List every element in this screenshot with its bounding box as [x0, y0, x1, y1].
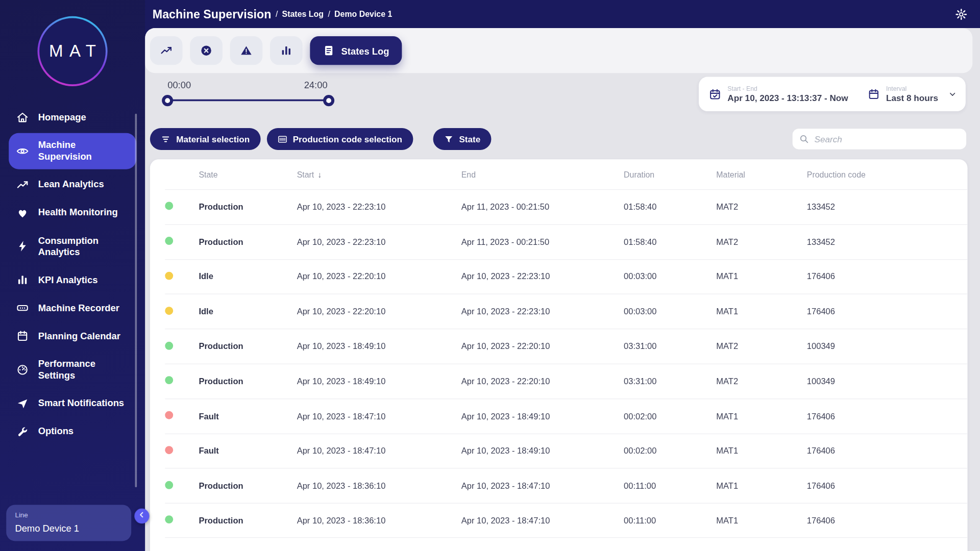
sidebar-item[interactable]: KPI Analytics: [9, 267, 136, 292]
x-circle-icon: [200, 44, 212, 57]
material-cell: MAT2: [716, 203, 807, 212]
table-row[interactable]: Fault Apr 10, 2023 - 18:47:10 Apr 10, 20…: [165, 398, 967, 433]
start-cell: Apr 10, 2023 - 18:36:10: [297, 481, 461, 490]
settings-gear-button[interactable]: [955, 8, 967, 20]
view-tabs: States Log: [145, 28, 972, 73]
table-row[interactable]: Production Apr 10, 2023 - 18:36:10 Apr 1…: [165, 468, 967, 503]
table-row[interactable]: Production Apr 10, 2023 - 18:49:10 Apr 1…: [165, 329, 967, 363]
column-header-end[interactable]: End: [461, 169, 624, 179]
search-input[interactable]: [815, 134, 960, 144]
column-header-start[interactable]: Start ↓: [297, 169, 461, 179]
duration-cell: 00:02:00: [624, 446, 716, 456]
logo: MAT: [37, 16, 107, 86]
view-tab-label: States Log: [341, 45, 389, 56]
search-icon: [799, 134, 810, 144]
sidebar-item[interactable]: Consumption Analytics: [9, 229, 136, 264]
start-cell: Apr 10, 2023 - 18:49:10: [297, 342, 461, 351]
production-code-cell: 176406: [807, 412, 968, 421]
sidebar-item[interactable]: Lean Analytics: [9, 172, 136, 197]
production-code-cell: 176406: [807, 481, 968, 490]
sidebar-item-label: Homepage: [38, 112, 86, 123]
sidebar-scrollbar[interactable]: [135, 114, 137, 487]
sidebar-item[interactable]: Smart Notifications: [9, 391, 136, 416]
sidebar-item[interactable]: Options: [9, 419, 136, 444]
header: Machine Supervision States Log Demo Devi…: [145, 0, 980, 28]
column-header-material[interactable]: Material: [716, 169, 807, 179]
view-tab[interactable]: [150, 36, 183, 65]
slider-track[interactable]: [167, 99, 329, 102]
sidebar-item[interactable]: Machine Supervision: [9, 133, 136, 169]
material-cell: MAT1: [716, 272, 807, 281]
table-row[interactable]: Fault Apr 10, 2023 - 18:47:10 Apr 10, 20…: [165, 433, 967, 468]
end-cell: Apr 10, 2023 - 18:49:10: [461, 446, 624, 456]
start-cell: Apr 10, 2023 - 18:49:10: [297, 377, 461, 386]
table-row[interactable]: Production Apr 10, 2023 - 18:36:10 Apr 1…: [165, 503, 967, 538]
interval-picker[interactable]: Interval Last 8 hours: [867, 85, 957, 104]
duration-cell: 01:58:40: [624, 203, 716, 212]
duration-cell: 03:31:00: [624, 342, 716, 351]
state-cell: Production: [199, 237, 297, 246]
sidebar-item[interactable]: Planning Calendar: [9, 323, 136, 348]
view-tab[interactable]: States Log: [310, 36, 402, 65]
view-tab[interactable]: [270, 36, 303, 65]
column-header-duration[interactable]: Duration: [624, 169, 716, 179]
view-tab[interactable]: [190, 36, 223, 65]
sidebar-nav: Homepage Machine Supervision Lean Analyt…: [0, 105, 145, 444]
page-title: Machine Supervision: [153, 7, 272, 21]
sidebar-item-label: Health Monitoring: [38, 207, 118, 218]
state-cell: Fault: [199, 412, 297, 421]
breadcrumb-device[interactable]: Demo Device 1: [328, 9, 393, 18]
production-code-cell: 176406: [807, 307, 968, 316]
table-row[interactable]: Idle Apr 10, 2023 - 22:20:10 Apr 10, 202…: [165, 259, 967, 294]
production-code-selection-button[interactable]: Production code selection: [266, 128, 413, 150]
state-dot: [165, 411, 173, 419]
material-cell: MAT1: [716, 446, 807, 456]
filter-row: Material selection Production code selec…: [150, 128, 966, 150]
breadcrumb-states-log[interactable]: States Log: [276, 9, 324, 18]
eye-icon: [16, 145, 29, 157]
column-header-state[interactable]: State: [199, 169, 297, 179]
table-row[interactable]: Production Apr 10, 2023 - 22:23:10 Apr 1…: [165, 224, 967, 259]
chevron-down-icon: [948, 90, 957, 98]
start-end-picker[interactable]: Start - End Apr 10, 2023 - 13:13:37 - No…: [709, 85, 861, 104]
state-cell: Idle: [199, 272, 297, 281]
filter-list-icon: [161, 134, 171, 144]
interval-label: Interval: [886, 85, 938, 92]
duration-cell: 00:11:00: [624, 481, 716, 490]
sort-desc-icon: ↓: [318, 169, 322, 179]
sidebar-item[interactable]: Health Monitoring: [9, 200, 136, 225]
column-header-production-code[interactable]: Production code: [807, 169, 968, 179]
sidebar-item[interactable]: Machine Recorder: [9, 295, 136, 320]
sidebar-item[interactable]: Performance Settings: [9, 352, 136, 387]
start-cell: Apr 10, 2023 - 18:47:10: [297, 446, 461, 456]
material-cell: MAT1: [716, 516, 807, 525]
end-cell: Apr 10, 2023 - 22:23:10: [461, 307, 624, 316]
end-cell: Apr 10, 2023 - 18:47:10: [461, 481, 624, 490]
sidebar-item[interactable]: Homepage: [9, 105, 136, 130]
state-cell: Production: [199, 516, 297, 525]
table-row[interactable]: Production Apr 10, 2023 - 18:49:10 Apr 1…: [165, 364, 967, 398]
date-range-card: Start - End Apr 10, 2023 - 13:13:37 - No…: [699, 77, 966, 111]
sidebar-item-label: Options: [38, 425, 74, 437]
sidebar-item-label: Planning Calendar: [38, 330, 120, 342]
sidebar-collapse-button[interactable]: [134, 509, 149, 523]
chevron-left-icon: [137, 510, 146, 521]
logo-text: MAT: [39, 18, 106, 85]
state-filter-button[interactable]: State: [433, 128, 491, 150]
table-header: State Start ↓ End Duration Material Prod…: [165, 159, 967, 189]
state-dot: [165, 237, 173, 245]
sidebar-item-label: KPI Analytics: [38, 274, 98, 286]
slider-handle-max[interactable]: [323, 95, 334, 106]
table-row[interactable]: Idle Apr 10, 2023 - 22:20:10 Apr 10, 202…: [165, 294, 967, 329]
duration-cell: 00:02:00: [624, 412, 716, 421]
state-dot: [165, 307, 173, 315]
material-selection-button[interactable]: Material selection: [150, 128, 260, 150]
view-tab[interactable]: [230, 36, 263, 65]
slider-handle-min[interactable]: [162, 95, 173, 106]
send-icon: [16, 397, 29, 409]
table-row[interactable]: Production Apr 10, 2023 - 22:23:10 Apr 1…: [165, 189, 967, 224]
warning-icon: [240, 44, 252, 57]
production-code-cell: 133452: [807, 237, 968, 246]
device-selector[interactable]: Line Demo Device 1: [6, 505, 131, 541]
table-body: Production Apr 10, 2023 - 22:23:10 Apr 1…: [165, 189, 967, 538]
